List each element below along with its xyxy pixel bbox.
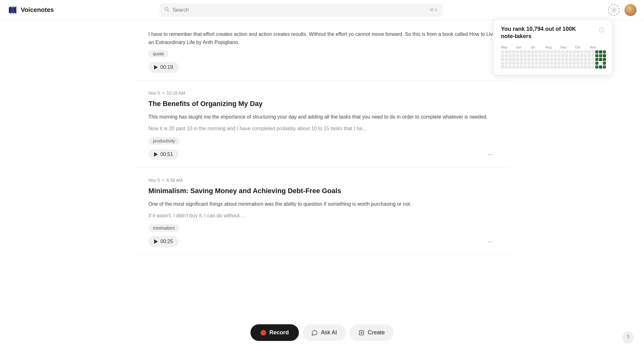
cal-week — [527, 50, 530, 69]
cal-cell — [508, 54, 512, 57]
note-tag-1[interactable]: productivity — [148, 137, 180, 145]
note-meta-organizing: Nov 5 • 10:18 AM — [148, 91, 496, 96]
cal-cell — [516, 50, 519, 53]
cal-cell — [512, 50, 515, 53]
note-play-button-2[interactable]: 00:25 — [148, 236, 179, 247]
header: Voicenotes ⌘ K — [0, 0, 644, 20]
cal-cell — [595, 62, 598, 65]
cal-cell — [591, 58, 595, 61]
cal-week — [599, 50, 602, 69]
note-play-button-1[interactable]: 00:51 — [148, 149, 179, 160]
ask-ai-button[interactable]: Ask AI — [303, 324, 346, 341]
month-may: May — [501, 45, 516, 49]
header-right — [608, 4, 636, 16]
cal-cell — [584, 65, 587, 69]
cal-cell — [588, 65, 591, 69]
cal-cell — [550, 65, 553, 69]
chat-icon — [311, 330, 318, 336]
cal-cell — [527, 62, 530, 65]
cal-week — [542, 50, 546, 69]
play-icon — [154, 65, 158, 70]
cal-cell — [501, 50, 504, 53]
search-bar[interactable]: ⌘ K — [159, 3, 442, 17]
info-icon[interactable]: ⓘ — [599, 26, 605, 34]
cal-cell — [531, 62, 534, 65]
rank-button[interactable] — [608, 4, 619, 16]
cal-cell — [546, 50, 549, 53]
help-button[interactable]: ? — [622, 332, 634, 343]
cal-cell — [554, 54, 557, 57]
cal-cell — [588, 62, 591, 65]
cal-cell — [599, 50, 602, 53]
ask-ai-label: Ask AI — [321, 329, 337, 336]
rank-title: You rank 10,794 out of 100K note-takers — [501, 25, 589, 40]
partial-note-tag[interactable]: quote — [148, 50, 168, 58]
search-input[interactable] — [173, 7, 426, 13]
month-aug: Aug — [545, 45, 560, 49]
cal-week — [588, 50, 591, 69]
cal-cell — [599, 54, 602, 57]
create-button[interactable]: Create — [350, 324, 394, 341]
cal-cell — [546, 62, 549, 65]
cal-cell — [501, 65, 504, 69]
month-sep: Sep — [560, 45, 575, 49]
cal-cell — [550, 54, 553, 57]
cal-cell — [542, 62, 546, 65]
cal-week — [595, 50, 598, 69]
cal-cell — [527, 50, 530, 53]
cal-cell — [603, 50, 606, 53]
cal-cell — [531, 54, 534, 57]
cal-cell — [539, 65, 542, 69]
record-button[interactable]: Record — [250, 324, 299, 341]
cal-cell — [501, 58, 504, 61]
cal-week — [508, 50, 512, 69]
cal-cell — [595, 50, 598, 53]
cal-cell — [558, 62, 561, 65]
note-more-button-1[interactable]: ··· — [485, 149, 496, 160]
meta-dot-2: • — [163, 178, 164, 183]
cal-week — [565, 50, 568, 69]
partial-note-controls: 00:19 — [148, 62, 496, 73]
note-date-2: Nov 5 — [148, 178, 160, 183]
note-meta-minimalism: Nov 5 • 6:58 AM — [148, 178, 496, 183]
note-duration-1: 00:51 — [160, 152, 173, 157]
cal-cell — [542, 65, 546, 69]
cal-cell — [539, 58, 542, 61]
cal-cell — [573, 65, 576, 69]
cal-cell — [505, 50, 508, 53]
note-body-secondary-1: Now it is 20 past 10 in the morning and … — [148, 125, 496, 133]
cal-cell — [565, 50, 568, 53]
note-more-button-2[interactable]: ··· — [485, 236, 496, 247]
cal-cell — [550, 50, 553, 53]
month-oct: Oct — [575, 45, 590, 49]
cal-cell — [573, 54, 576, 57]
cal-week — [573, 50, 576, 69]
cal-cell — [565, 58, 568, 61]
cal-cell — [584, 50, 587, 53]
cal-cell — [573, 58, 576, 61]
cal-cell — [561, 65, 564, 69]
cal-cell — [591, 62, 595, 65]
cal-cell — [512, 54, 515, 57]
create-label: Create — [368, 329, 385, 336]
cal-cell — [599, 65, 602, 69]
note-date-1: Nov 5 — [148, 91, 160, 96]
month-jul: Jul — [530, 45, 545, 49]
cal-cell — [595, 54, 598, 57]
logo-icon — [8, 5, 18, 15]
note-tag-2[interactable]: minimalism — [148, 224, 179, 232]
search-shortcut: ⌘ K — [430, 8, 437, 12]
cal-week — [580, 50, 583, 69]
month-jun: Jun — [516, 45, 530, 49]
cal-cell — [561, 58, 564, 61]
cal-cell — [535, 50, 538, 53]
cal-cell — [588, 50, 591, 53]
avatar[interactable] — [625, 4, 636, 16]
cal-cell — [584, 54, 587, 57]
cal-cell — [580, 50, 583, 53]
partial-note-play-button[interactable]: 00:19 — [148, 62, 179, 73]
cal-cell — [539, 50, 542, 53]
cal-week — [501, 50, 504, 69]
cal-cell — [535, 62, 538, 65]
cal-cell — [580, 54, 583, 57]
